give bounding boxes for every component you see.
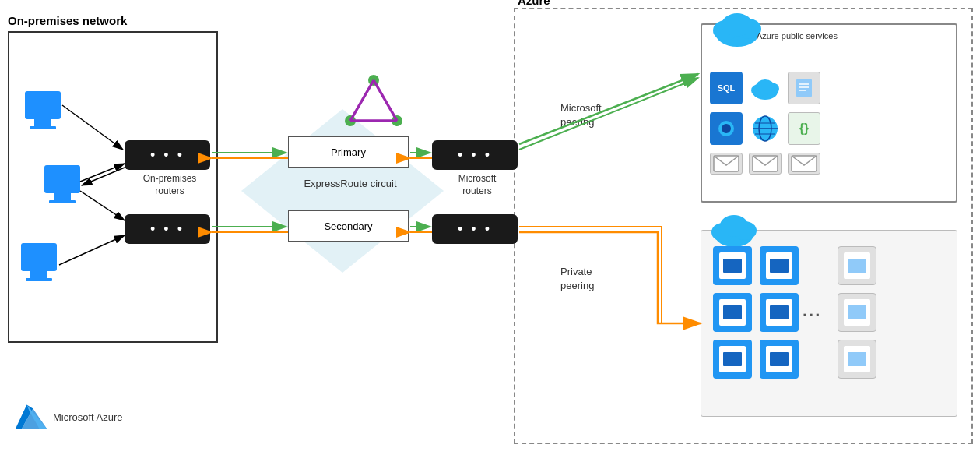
azure-title: Azure xyxy=(514,0,554,7)
svg-point-18 xyxy=(722,13,753,37)
ms-peering-label: Microsoftpeering xyxy=(560,101,602,129)
ms-router-top: • • • xyxy=(432,140,518,170)
cloud-service-icon xyxy=(749,72,782,104)
ms-azure-logo: Microsoft Azure xyxy=(16,404,123,432)
onprem-routers-label: On-premisesrouters xyxy=(131,173,209,197)
private-peering-label: Privatepeering xyxy=(560,265,594,293)
svg-rect-6 xyxy=(25,91,61,119)
vm-grid-right xyxy=(838,246,876,379)
vm-icon-r3 xyxy=(838,340,876,379)
computer-top xyxy=(23,90,62,135)
vm-icon-2 xyxy=(760,246,799,285)
svg-line-4 xyxy=(374,80,397,121)
vm-grid-left xyxy=(713,246,799,379)
svg-rect-14 xyxy=(26,278,52,281)
email-icon-2 xyxy=(749,153,782,175)
document-icon xyxy=(788,72,820,104)
onprem-router-top: • • • xyxy=(125,140,210,170)
storage-icon xyxy=(710,112,743,145)
diagram-container: On-premises network Azure xyxy=(0,0,980,455)
vm-icon-6 xyxy=(760,340,799,379)
vm-dots: ... xyxy=(803,301,821,321)
vm-icon-3 xyxy=(713,293,752,332)
vm-icon-r1 xyxy=(838,246,876,285)
svg-rect-7 xyxy=(34,119,51,127)
ms-routers-label: Microsoftrouters xyxy=(438,173,516,197)
svg-rect-11 xyxy=(49,200,76,203)
secondary-circuit-box: Secondary xyxy=(288,210,409,242)
ms-azure-text: Microsoft Azure xyxy=(53,411,123,425)
svg-rect-28 xyxy=(722,124,731,133)
expressroute-triangle-icon xyxy=(342,74,405,131)
globe-icon xyxy=(749,112,782,145)
svg-rect-9 xyxy=(44,165,80,193)
expressroute-circuit-label: ExpressRoute circuit xyxy=(304,178,397,189)
computer-middle xyxy=(43,164,82,209)
azure-public-services-title: Azure public services xyxy=(757,31,838,41)
svg-line-3 xyxy=(350,80,374,121)
svg-rect-8 xyxy=(30,126,56,129)
primary-circuit-box: Primary xyxy=(288,136,409,168)
computer-bottom xyxy=(19,242,58,287)
svg-rect-10 xyxy=(54,193,71,201)
hub-shape xyxy=(241,109,444,273)
primary-label: Primary xyxy=(331,146,366,158)
vm-icon-5 xyxy=(713,340,752,379)
svg-rect-12 xyxy=(21,243,57,271)
vm-icon-4 xyxy=(760,293,799,332)
onprem-router-bottom: • • • xyxy=(125,214,210,244)
onprem-network-title: On-premises network xyxy=(8,14,127,27)
vm-icon-1 xyxy=(713,246,752,285)
code-icon: {} xyxy=(788,112,820,145)
svg-rect-13 xyxy=(30,271,47,279)
svg-rect-23 xyxy=(796,79,812,97)
azure-public-box: Azure public services SQL xyxy=(701,23,957,203)
ms-router-bottom: • • • xyxy=(432,214,518,244)
secondary-label: Secondary xyxy=(324,220,372,232)
private-peering-box: ... xyxy=(701,230,957,417)
svg-point-40 xyxy=(720,215,748,237)
sql-icon: SQL xyxy=(710,72,743,104)
svg-point-22 xyxy=(756,79,775,93)
email-icon-3 xyxy=(788,153,820,175)
vm-icon-r2 xyxy=(838,293,876,332)
email-icon-1 xyxy=(710,153,743,175)
azure-logo-svg xyxy=(16,404,47,432)
